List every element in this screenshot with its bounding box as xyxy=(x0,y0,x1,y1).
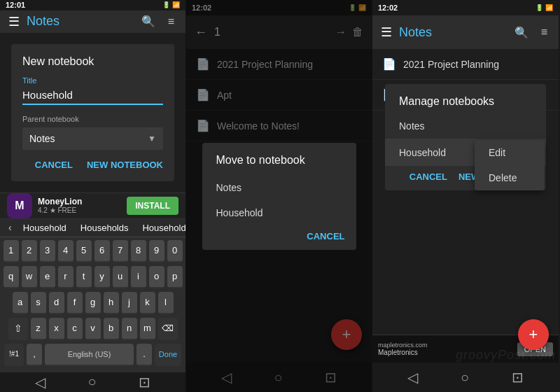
key-b[interactable]: b xyxy=(104,318,119,340)
backspace-key[interactable]: ⌫ xyxy=(158,318,178,340)
manage-dialog-title: Manage notebooks xyxy=(385,95,546,113)
app-title-3: Notes xyxy=(399,25,505,40)
fab-3[interactable]: + xyxy=(518,319,549,350)
period-key[interactable]: . xyxy=(136,344,152,366)
key-z[interactable]: z xyxy=(31,318,46,340)
manage-cancel-button[interactable]: CANCEL xyxy=(410,172,447,182)
bottom-nav-1: ◁ ○ ⊡ xyxy=(0,372,186,392)
key-2[interactable]: 2 xyxy=(22,240,37,262)
key-r[interactable]: r xyxy=(58,266,74,288)
key-p[interactable]: p xyxy=(167,266,183,288)
filter-icon-3[interactable]: ≡ xyxy=(538,23,550,41)
app-bar-3: ☰ Notes 🔍 ≡ xyxy=(372,15,559,49)
manage-notes-label: Notes xyxy=(399,120,425,132)
app-title-1: Notes xyxy=(27,14,132,29)
key-u[interactable]: u xyxy=(113,266,128,288)
key-f[interactable]: f xyxy=(67,292,83,314)
panel-move-to-notebook: 12:02 🔋 📶 ← 1 → 🗑 📄 2021 Project Plannin… xyxy=(186,0,372,392)
key-s[interactable]: s xyxy=(31,292,46,314)
install-button[interactable]: INSTALL xyxy=(127,197,178,215)
hamburger-icon[interactable]: ☰ xyxy=(8,14,20,29)
notebook-title-input[interactable] xyxy=(22,88,163,105)
ad-text: MoneyLion 4.2 ★ FREE xyxy=(38,197,121,214)
key-n[interactable]: n xyxy=(122,318,137,340)
move-dialog-actions: CANCEL xyxy=(202,225,356,244)
key-c[interactable]: c xyxy=(67,318,83,340)
key-m[interactable]: m xyxy=(140,318,155,340)
key-9[interactable]: 9 xyxy=(149,240,164,262)
symbol-key[interactable]: !#1 xyxy=(4,344,24,366)
panel-new-notebook: 12:01 🔋 📶 ☰ Notes 🔍 ≡ New notebook Title… xyxy=(0,0,186,392)
key-6[interactable]: 6 xyxy=(94,240,110,262)
cancel-button-1[interactable]: CANCEL xyxy=(35,160,73,170)
move-dialog-title: Move to notebook xyxy=(202,154,356,175)
note-item-3-1[interactable]: 📄 2021 Project Planning xyxy=(372,49,559,80)
recent-nav-button-3[interactable]: ⊡ xyxy=(512,369,524,386)
key-h[interactable]: h xyxy=(104,292,119,314)
status-icons-3: 🔋 📶 xyxy=(536,4,553,11)
key-1[interactable]: 1 xyxy=(4,240,19,262)
key-row-qwerty: q w e r t y u i o p xyxy=(1,266,184,288)
context-edit[interactable]: Edit xyxy=(475,140,545,165)
key-l[interactable]: l xyxy=(158,292,174,314)
search-icon-1[interactable]: 🔍 xyxy=(139,12,158,31)
dialog-actions: CANCEL NEW NOTEBOOK xyxy=(22,160,163,170)
key-t[interactable]: t xyxy=(76,266,92,288)
home-nav-button[interactable]: ○ xyxy=(88,374,96,390)
ad-site-3: mapletronics.com xyxy=(378,342,513,349)
suggestion-2[interactable]: Households xyxy=(75,220,134,236)
key-5[interactable]: 5 xyxy=(76,240,92,262)
note-icon-3-1: 📄 xyxy=(382,57,396,71)
key-v[interactable]: v xyxy=(85,318,101,340)
key-e[interactable]: e xyxy=(40,266,55,288)
filter-icon-1[interactable]: ≡ xyxy=(165,13,177,31)
back-arrow-icon[interactable]: ‹ xyxy=(6,222,15,233)
move-option-household[interactable]: Household xyxy=(202,200,356,225)
chevron-down-icon: ▼ xyxy=(148,134,156,144)
key-x[interactable]: x xyxy=(49,318,64,340)
home-nav-button-3[interactable]: ○ xyxy=(461,370,469,386)
panel1-content: New notebook Title Parent notebook Notes… xyxy=(0,33,186,192)
key-k[interactable]: k xyxy=(140,292,155,314)
key-o[interactable]: o xyxy=(149,266,164,288)
hamburger-icon-3[interactable]: ☰ xyxy=(381,24,392,40)
manage-option-notes[interactable]: Notes xyxy=(385,113,546,139)
key-y[interactable]: y xyxy=(94,266,110,288)
move-option-notes[interactable]: Notes xyxy=(202,175,356,200)
key-7[interactable]: 7 xyxy=(113,240,128,262)
done-key[interactable]: Done xyxy=(155,344,181,366)
manage-household-label: Household xyxy=(399,147,446,158)
new-notebook-button[interactable]: NEW NOTEBOOK xyxy=(87,160,163,170)
ad-name-3: Mapletronics xyxy=(378,349,513,356)
key-j[interactable]: j xyxy=(122,292,137,314)
key-w[interactable]: w xyxy=(22,266,37,288)
back-nav-button[interactable]: ◁ xyxy=(35,374,46,391)
ad-info-3: mapletronics.com Mapletronics xyxy=(378,342,513,356)
comma-key[interactable]: , xyxy=(27,344,42,366)
move-cancel-button[interactable]: CANCEL xyxy=(307,231,344,241)
new-notebook-dialog: New notebook Title Parent notebook Notes… xyxy=(11,44,174,181)
key-3[interactable]: 3 xyxy=(40,240,55,262)
recent-nav-button[interactable]: ⊡ xyxy=(139,374,150,391)
key-0[interactable]: 0 xyxy=(167,240,183,262)
parent-select[interactable]: Notes ▼ xyxy=(22,127,163,150)
context-menu: Edit Delete xyxy=(475,140,545,190)
key-q[interactable]: q xyxy=(4,266,19,288)
space-key[interactable]: English (US) xyxy=(45,344,134,366)
key-d[interactable]: d xyxy=(49,292,64,314)
key-4[interactable]: 4 xyxy=(58,240,74,262)
key-8[interactable]: 8 xyxy=(131,240,146,262)
key-a[interactable]: a xyxy=(13,292,28,314)
status-icons-1: 🔋 📶 xyxy=(162,1,180,8)
suggestion-1[interactable]: Household xyxy=(18,220,72,236)
search-icon-3[interactable]: 🔍 xyxy=(512,23,531,42)
ad-banner: M MoneyLion 4.2 ★ FREE INSTALL xyxy=(0,192,186,219)
key-g[interactable]: g xyxy=(85,292,101,314)
bottom-nav-3: ◁ ○ ⊡ xyxy=(372,363,559,392)
back-nav-button-3[interactable]: ◁ xyxy=(407,369,418,386)
key-i[interactable]: i xyxy=(131,266,146,288)
panel-manage-notebooks: 12:02 🔋 📶 ☰ Notes 🔍 ≡ 📄 2021 Project Pla… xyxy=(372,0,559,392)
context-delete[interactable]: Delete xyxy=(475,165,545,190)
dialog-title: New notebook xyxy=(22,55,163,68)
shift-key[interactable]: ⇧ xyxy=(8,318,28,340)
